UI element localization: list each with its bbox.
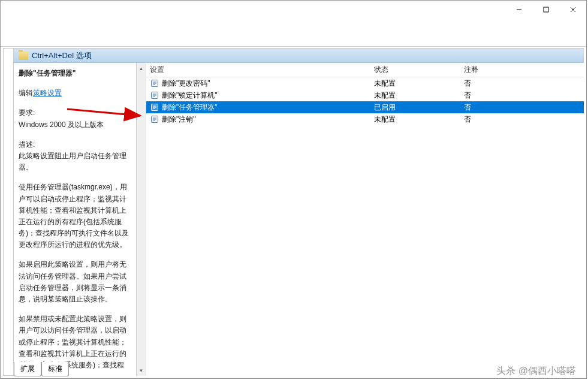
folder-icon	[19, 52, 28, 60]
menubar-area	[1, 19, 586, 47]
policy-list: ▲ ▼ 设置 状态 注释 删除"更改密码"未配置否删除"锁定计算机"未配置否删除…	[137, 63, 584, 376]
policy-item-icon	[150, 102, 159, 112]
scroll-down-icon[interactable]: ▼	[137, 366, 146, 375]
col-state[interactable]: 状态	[374, 65, 464, 75]
scroll-up-icon[interactable]: ▲	[137, 64, 146, 73]
row-comment-label: 否	[464, 79, 584, 89]
policy-item-icon	[150, 114, 159, 124]
maximize-button[interactable]	[532, 1, 559, 18]
content-split: 删除"任务管理器" 编辑策略设置 要求: Windows 2000 及以上版本 …	[14, 63, 584, 376]
tabs-bar: 扩展 标准	[14, 362, 69, 376]
row-setting-label: 删除"锁定计算机"	[162, 91, 374, 101]
desc-p3: 如果启用此策略设置，则用户将无法访问任务管理器。如果用户尝试启动任务管理器，则将…	[19, 259, 131, 305]
col-setting[interactable]: 设置	[146, 65, 374, 75]
row-setting-label: 删除"注销"	[162, 114, 374, 125]
row-state-label: 已启用	[374, 102, 464, 113]
window-frame: Ctrl+Alt+Del 选项 删除"任务管理器" 编辑策略设置 要求: Win…	[0, 0, 587, 379]
main-panel: Ctrl+Alt+Del 选项 删除"任务管理器" 编辑策略设置 要求: Win…	[3, 48, 584, 376]
req-label: 要求:	[19, 107, 131, 119]
titlebar	[1, 1, 586, 19]
list-body: 设置 状态 注释 删除"更改密码"未配置否删除"锁定计算机"未配置否删除"任务管…	[146, 63, 584, 376]
row-setting-label: 删除"更改密码"	[162, 79, 374, 89]
minimize-button[interactable]	[505, 1, 532, 18]
close-button[interactable]	[559, 1, 586, 18]
list-header: 设置 状态 注释	[146, 63, 584, 77]
list-item[interactable]: 删除"任务管理器"已启用否	[146, 101, 584, 113]
folder-title: Ctrl+Alt+Del 选项	[32, 50, 92, 61]
row-state-label: 未配置	[374, 79, 464, 89]
vscroll-left[interactable]: ▲ ▼	[137, 63, 146, 376]
policy-item-icon	[150, 91, 159, 100]
edit-prefix: 编辑	[19, 89, 33, 97]
policy-item-icon	[150, 79, 159, 88]
desc-p2: 使用任务管理器(taskmgr.exe)，用户可以启动或停止程序；监视其计算机性…	[19, 182, 131, 251]
description: 描述: 此策略设置阻止用户启动任务管理器。	[19, 139, 131, 174]
tab-standard[interactable]: 标准	[41, 362, 69, 376]
row-comment-label: 否	[464, 91, 584, 101]
row-comment-label: 否	[464, 114, 584, 125]
edit-line: 编辑策略设置	[19, 88, 131, 99]
list-item[interactable]: 删除"注销"未配置否	[146, 113, 584, 125]
row-comment-label: 否	[464, 102, 584, 113]
row-setting-label: 删除"任务管理器"	[162, 102, 374, 113]
row-state-label: 未配置	[374, 91, 464, 101]
svg-rect-1	[544, 7, 548, 12]
col-comment[interactable]: 注释	[464, 65, 584, 75]
detail-panel: Ctrl+Alt+Del 选项 删除"任务管理器" 编辑策略设置 要求: Win…	[14, 48, 584, 376]
policy-title: 删除"任务管理器"	[19, 68, 131, 79]
tab-extended[interactable]: 扩展	[14, 362, 41, 376]
requirements: 要求: Windows 2000 及以上版本	[19, 107, 131, 130]
folder-header: Ctrl+Alt+Del 选项	[14, 49, 584, 63]
edit-policy-link[interactable]: 策略设置	[33, 89, 62, 97]
desc-p1: 此策略设置阻止用户启动任务管理器。	[19, 150, 131, 173]
tree-stub	[3, 48, 14, 376]
list-item[interactable]: 删除"锁定计算机"未配置否	[146, 89, 584, 101]
desc-label: 描述:	[19, 139, 131, 150]
window-buttons	[505, 1, 586, 18]
req-text: Windows 2000 及以上版本	[19, 119, 131, 131]
list-item[interactable]: 删除"更改密码"未配置否	[146, 77, 584, 89]
rows-container: 删除"更改密码"未配置否删除"锁定计算机"未配置否删除"任务管理器"已启用否删除…	[146, 77, 584, 125]
row-state-label: 未配置	[374, 114, 464, 125]
description-panel: 删除"任务管理器" 编辑策略设置 要求: Windows 2000 及以上版本 …	[14, 63, 137, 376]
content-area: Ctrl+Alt+Del 选项 删除"任务管理器" 编辑策略设置 要求: Win…	[1, 19, 586, 378]
